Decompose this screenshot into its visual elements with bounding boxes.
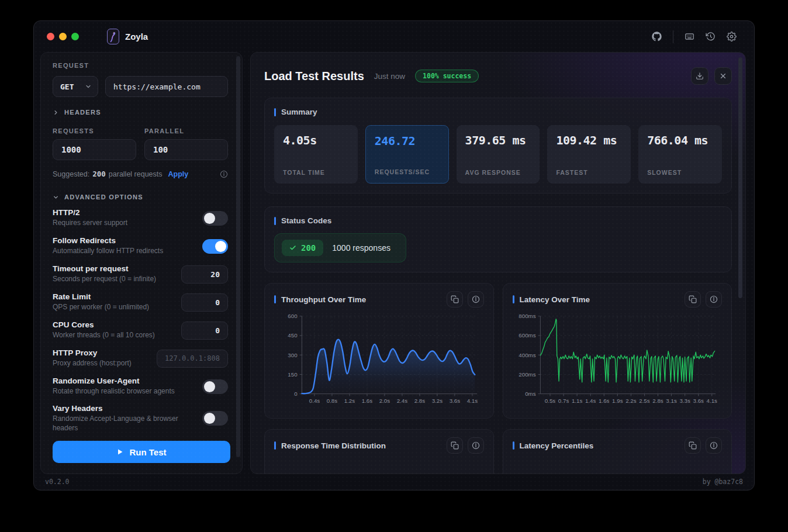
results-timestamp: Just now [374,72,405,81]
info-button[interactable] [706,437,722,454]
info-icon [710,295,718,303]
option-subtitle: Rotate through realistic browser agents [53,387,195,396]
metric-value: 379.65 ms [465,133,531,148]
option-row-cpu-cores: CPU Cores Worker threads (0 = all 10 cor… [53,320,228,341]
copy-button[interactable] [447,291,463,308]
section-accent-bar [274,441,276,450]
svg-text:0.5s: 0.5s [544,398,555,404]
status-code-pill: 200 1000 responses [274,233,406,262]
svg-text:1.6s: 1.6s [599,398,610,404]
option-row-http-proxy: HTTP Proxy Proxy address (host:port) [53,348,228,369]
page-title: Load Test Results [264,70,364,83]
play-icon [116,448,123,455]
svg-text:2.0s: 2.0s [379,398,390,404]
metric-label: SLOWEST [647,169,713,176]
history-icon[interactable] [706,32,716,42]
download-button[interactable] [691,67,708,85]
randomize-ua-toggle[interactable] [202,379,228,394]
http2-toggle[interactable] [202,211,228,226]
advanced-options-collapse[interactable]: ADVANCED OPTIONS [53,194,228,201]
vary-headers-toggle[interactable] [202,411,228,426]
svg-text:1.4s: 1.4s [585,398,596,404]
copy-button[interactable] [685,437,701,454]
option-subtitle: Automatically follow HTTP redirects [53,247,195,256]
status-codes-heading: Status Codes [281,216,331,225]
copy-button[interactable] [685,291,701,308]
info-icon [710,441,718,450]
metric-label: TOTAL TIME [283,169,349,176]
github-icon[interactable] [652,32,662,42]
copy-button[interactable] [447,437,463,454]
distribution-chart-title: Response Time Distribution [281,441,386,450]
method-select[interactable]: GET [53,76,98,97]
results-scrollbar[interactable] [738,57,742,298]
keyboard-icon[interactable] [685,32,694,42]
url-input[interactable] [105,76,228,97]
option-row-http2: HTTP/2 Requires server support [53,208,228,229]
option-title: CPU Cores [53,320,174,329]
close-traffic-light[interactable] [47,33,54,40]
svg-text:4.1s: 4.1s [706,398,717,404]
rate-limit-input[interactable] [181,293,228,312]
cpu-cores-input[interactable] [181,322,228,340]
request-sidebar: REQUEST GET HEADERS REQUESTS [40,52,243,474]
option-row-timeout: Timeout per request Seconds per request … [53,264,228,285]
distribution-chart-card: Response Time Distribution [264,429,494,474]
throughput-chart-card: Throughput Over Time 01503004506000.4s0.… [264,283,494,419]
copy-icon [689,295,697,303]
option-row-rate-limit: Rate Limit QPS per worker (0 = unlimited… [53,292,228,313]
apply-link[interactable]: Apply [168,170,189,178]
sidebar-scrollbar[interactable] [236,56,240,457]
traffic-lights [47,33,79,40]
settings-icon[interactable] [727,32,737,42]
suggest-suffix: parallel requests [109,170,163,178]
svg-text:300: 300 [288,352,298,358]
svg-text:600: 600 [288,313,298,319]
status-count: 1000 responses [332,243,390,253]
svg-text:0ms: 0ms [525,391,536,397]
option-subtitle: Randomize Accept-Language & browser head… [53,414,195,433]
metric-card-avg-response: 379.65 ms AVG RESPONSE [457,125,540,184]
close-button[interactable] [714,67,732,85]
zoyla-logo [107,29,119,44]
svg-text:150: 150 [288,371,298,378]
run-test-button[interactable]: Run Test [53,441,230,463]
close-icon [719,72,727,80]
svg-text:3.3s: 3.3s [679,398,690,404]
headers-collapse[interactable]: HEADERS [53,109,228,116]
status-code: 200 [301,243,316,253]
info-button[interactable] [706,291,722,308]
option-title: HTTP/2 [53,208,195,217]
info-button[interactable] [468,437,484,454]
option-subtitle: Seconds per request (0 = infinite) [53,275,174,284]
minimize-traffic-light[interactable] [59,33,67,40]
option-row-randomize-ua: Randomize User-Agent Rotate through real… [53,376,228,397]
run-test-label: Run Test [129,447,166,457]
info-button[interactable] [468,291,484,308]
metric-card-slowest: 766.04 ms SLOWEST [638,125,722,184]
option-row-vary-headers: Vary Headers Randomize Accept-Language &… [53,404,228,433]
requests-input[interactable] [53,139,136,160]
metric-card-total-time: 4.05s TOTAL TIME [274,125,358,184]
metric-value: 766.04 ms [647,133,713,148]
parallel-input[interactable] [144,139,228,160]
section-accent-bar [274,295,276,303]
zoom-traffic-light[interactable] [71,33,79,40]
metric-card-requests-sec: 246.72 REQUESTS/SEC [365,125,449,184]
svg-text:2.5s: 2.5s [639,398,650,404]
http-proxy-input[interactable] [157,350,228,368]
info-icon [472,441,480,450]
option-subtitle: Requires server support [53,219,195,228]
check-icon [289,244,296,251]
svg-text:0.8s: 0.8s [327,398,338,404]
throughput-chart-title: Throughput Over Time [281,295,366,304]
app-logo: Zoyla [107,29,148,44]
timeout-input[interactable] [181,265,228,284]
status-code-badge: 200 [282,240,323,256]
request-section-label: REQUEST [53,62,228,69]
option-title: Vary Headers [53,404,195,413]
sidebar-scroll-area: REQUEST GET HEADERS REQUESTS [41,53,242,433]
suggest-prefix: Suggested: [53,170,89,178]
follow-redirects-toggle[interactable] [202,239,228,254]
info-icon[interactable] [220,170,228,178]
